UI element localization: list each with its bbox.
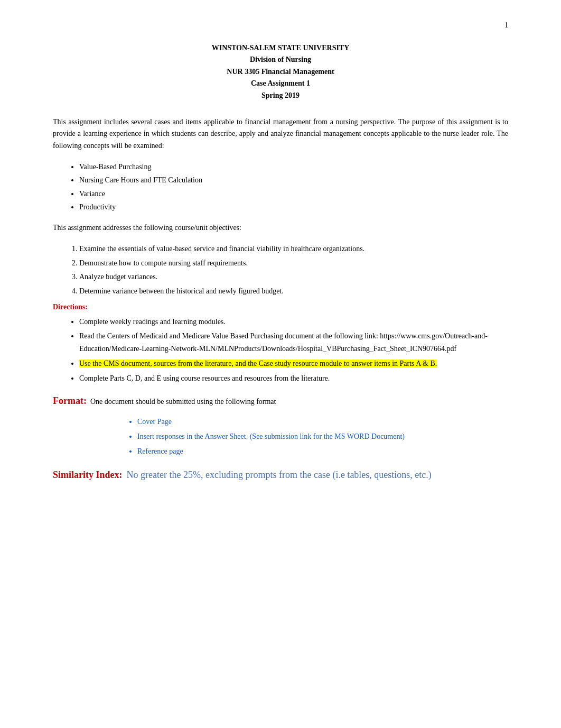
similarity-section: Similarity Index: No greater the 25%, ex… [53, 469, 508, 481]
list-item: Determine variance between the historica… [79, 284, 508, 299]
list-item: Examine the essentials of value-based se… [79, 242, 508, 256]
objectives-list: Examine the essentials of value-based se… [79, 242, 508, 298]
header-line1: WINSTON-SALEM STATE UNIVERSITY [53, 42, 508, 54]
cover-page-link: Cover Page [137, 418, 172, 426]
intro-paragraph: This assignment includes several cases a… [53, 116, 508, 152]
list-item: Cover Page [137, 414, 508, 429]
header-line3: NUR 3305 Financial Management [53, 66, 508, 78]
reference-page-link: Reference page [137, 447, 183, 455]
format-sublist: Cover Page Insert responses in the Answe… [137, 414, 508, 459]
header-line5: Spring 2019 [53, 90, 508, 102]
list-item: Demonstrate how to compute nursing staff… [79, 256, 508, 271]
list-item-highlighted: Use the CMS document, sources from the l… [79, 357, 508, 370]
similarity-label: Similarity Index: [53, 469, 123, 480]
concepts-list: Value-Based Purchasing Nursing Care Hour… [79, 160, 508, 214]
directions-list: Complete weekly readings and learning mo… [79, 316, 508, 385]
answer-sheet-link: Insert responses in the Answer Sheet. (S… [137, 432, 405, 440]
list-item: Nursing Care Hours and FTE Calculation [79, 173, 508, 187]
list-item: Productivity [79, 200, 508, 214]
header-line4: Case Assignment 1 [53, 78, 508, 89]
objectives-intro: This assignment addresses the following … [53, 222, 508, 234]
format-line: Format: One document should be submitted… [53, 393, 508, 409]
list-item-link: Read the Centers of Medicaid and Medicar… [79, 330, 508, 355]
list-item: Reference page [137, 444, 508, 459]
list-item: Insert responses in the Answer Sheet. (S… [137, 429, 508, 444]
list-item: Variance [79, 187, 508, 200]
list-item: Complete weekly readings and learning mo… [79, 316, 508, 328]
similarity-text: No greater the 25%, excluding prompts fr… [124, 469, 432, 480]
highlighted-text: Use the CMS document, sources from the l… [79, 360, 437, 367]
format-intro-text: One document should be submitted using t… [90, 398, 276, 406]
directions-link-text: Read the Centers of Medicaid and Medicar… [79, 332, 488, 353]
format-label: Format: [53, 395, 87, 406]
directions-heading: Directions: [53, 303, 508, 311]
list-item: Complete Parts C, D, and E using course … [79, 372, 508, 385]
page-number: 1 [504, 21, 508, 30]
document-page: 1 WINSTON-SALEM STATE UNIVERSITY Divisio… [0, 0, 561, 728]
header-line2: Division of Nursing [53, 54, 508, 66]
list-item: Analyze budget variances. [79, 270, 508, 284]
document-header: WINSTON-SALEM STATE UNIVERSITY Division … [53, 42, 508, 102]
list-item: Value-Based Purchasing [79, 160, 508, 173]
